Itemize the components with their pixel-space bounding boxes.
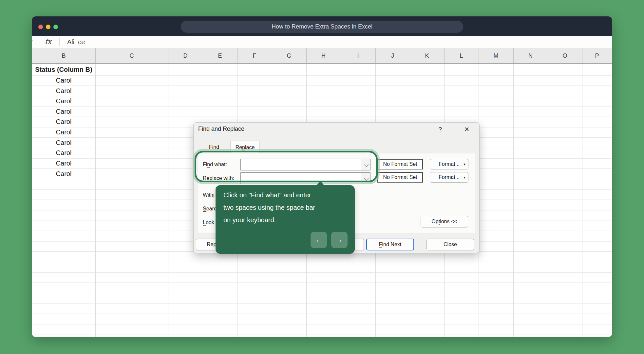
column-header-M[interactable]: M: [479, 48, 513, 63]
tab-replace[interactable]: Replace: [230, 141, 260, 154]
chevron-down-icon: [364, 162, 369, 167]
gridline-vertical: [513, 64, 514, 337]
zoom-traffic-light-icon[interactable]: [53, 25, 58, 29]
replace-with-dropdown-button[interactable]: [362, 172, 370, 184]
column-header-D[interactable]: D: [168, 48, 203, 63]
replace-with-label: Replace with:: [203, 172, 234, 184]
help-icon[interactable]: ?: [436, 125, 445, 134]
column-header-J[interactable]: J: [375, 48, 410, 63]
close-traffic-light-icon[interactable]: [38, 25, 43, 29]
tutorial-tooltip: Click on "Find what" and enter two space…: [216, 185, 355, 254]
cell-carol[interactable]: Carol: [32, 137, 95, 148]
column-header-I[interactable]: I: [341, 48, 375, 63]
tooltip-caret-icon: [316, 181, 324, 186]
gridline-vertical: [95, 64, 96, 337]
next-step-button[interactable]: →: [331, 232, 348, 248]
find-what-dropdown-button[interactable]: [362, 159, 370, 170]
formula-bar-input[interactable]: Ali ce: [67, 36, 85, 48]
column-header-P[interactable]: P: [582, 48, 612, 63]
column-header-divider: [582, 48, 582, 63]
tooltip-line: on your keyboard.: [223, 214, 348, 226]
column-header-L[interactable]: L: [444, 48, 479, 63]
tooltip-line: Click on "Find what" and enter: [223, 189, 348, 201]
column-header-divider: [548, 48, 548, 63]
formula-bar-divider: [59, 38, 60, 46]
find-next-button[interactable]: Find Next: [366, 239, 414, 250]
excel-window: How to Remove Extra Spaces in Excel ✓ fx…: [32, 16, 612, 337]
column-header-divider: [410, 48, 410, 63]
cell-carol[interactable]: Carol: [32, 168, 95, 179]
cell-carol[interactable]: Carol: [32, 75, 95, 86]
tooltip-line: two spaces using the space bar: [223, 201, 348, 214]
column-header-N[interactable]: N: [513, 48, 548, 63]
arrow-right-icon: →: [336, 236, 343, 244]
dialog-title: Find and Replace: [198, 126, 244, 132]
find-what-label: Find what:: [203, 159, 227, 170]
gridline-vertical: [548, 64, 548, 337]
arrow-left-icon: ←: [315, 236, 322, 244]
column-header-divider: [479, 48, 479, 63]
column-header-G[interactable]: G: [272, 48, 306, 63]
cell-carol[interactable]: Carol: [32, 117, 95, 127]
replace-format-button[interactable]: Format...▾: [430, 172, 468, 183]
previous-step-button[interactable]: ←: [311, 232, 327, 248]
column-header-K[interactable]: K: [410, 48, 444, 63]
column-header-divider: [306, 48, 307, 63]
within-label: Withi: [203, 189, 215, 201]
column-header-divider: [341, 48, 341, 63]
column-header-divider: [95, 48, 96, 63]
tab-find[interactable]: Find: [198, 141, 230, 154]
column-header-divider: [272, 48, 272, 63]
cell-carol[interactable]: Carol: [32, 158, 95, 168]
formula-bar: ✓ fx Ali ce: [32, 36, 612, 48]
chevron-down-icon: [364, 176, 369, 181]
dropdown-caret-icon: ▾: [464, 172, 465, 182]
window-titlebar: How to Remove Extra Spaces in Excel: [32, 16, 612, 36]
find-format-preview: No Format Set: [377, 159, 423, 169]
cell-carol[interactable]: Carol: [32, 106, 95, 117]
cell-carol[interactable]: Carol: [32, 148, 95, 158]
search-label: Searc: [203, 203, 217, 215]
find-what-input[interactable]: [240, 159, 362, 170]
column-header-E[interactable]: E: [203, 48, 237, 63]
replace-with-input[interactable]: [240, 172, 362, 184]
find-format-button[interactable]: Format...▾: [430, 159, 468, 169]
cell-carol[interactable]: Carol: [32, 127, 95, 137]
close-icon[interactable]: ✕: [462, 125, 471, 134]
column-header-row: B C D E F G H I J K L M N O P: [32, 48, 612, 64]
column-header-divider: [168, 48, 168, 63]
column-header-H[interactable]: H: [306, 48, 341, 63]
checkmark-icon: ✓: [32, 37, 36, 47]
window-title: How to Remove Extra Spaces in Excel: [181, 21, 463, 33]
gridline-vertical: [582, 64, 582, 337]
dropdown-caret-icon: ▾: [464, 159, 465, 169]
column-header-divider: [237, 48, 237, 63]
column-header-divider: [203, 48, 203, 63]
options-button[interactable]: Options <<: [421, 216, 468, 227]
replace-format-preview: No Format Set: [377, 172, 423, 183]
gridline-vertical: [168, 64, 168, 337]
column-header-F[interactable]: F: [237, 48, 272, 63]
column-header-O[interactable]: O: [548, 48, 582, 63]
cell-carol[interactable]: Carol: [32, 96, 95, 106]
close-button[interactable]: Close: [426, 239, 474, 250]
column-header-B[interactable]: B: [32, 48, 95, 63]
look-in-label: Look: [203, 217, 214, 228]
fx-icon: fx: [43, 36, 54, 48]
column-header-divider: [444, 48, 445, 63]
column-header-C[interactable]: C: [95, 48, 168, 63]
column-header-divider: [513, 48, 514, 63]
cell-B1-status-header[interactable]: Status (Column B): [32, 64, 95, 75]
tooltip-text: Click on "Find what" and enter two space…: [223, 189, 348, 226]
cell-carol[interactable]: Carol: [32, 86, 95, 96]
minimize-traffic-light-icon[interactable]: [46, 25, 50, 29]
column-header-divider: [375, 48, 376, 63]
